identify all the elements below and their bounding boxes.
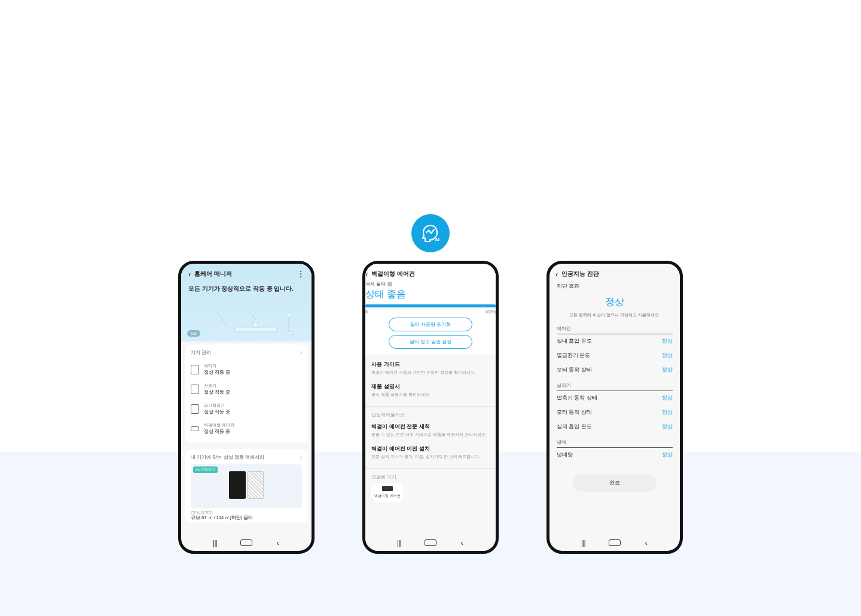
info-icon[interactable]: i [387,282,392,286]
back-icon[interactable]: ‹ [188,270,191,278]
device-status: 정상 작동 중 [204,389,230,395]
accessory-model: CFX-J170D [191,511,302,515]
device-row[interactable]: 공기청정기정상 작동 중 [191,399,302,419]
link-manual[interactable]: 제품 설명서 공식 제품 설명서를 확인하세요. [371,379,490,401]
page-title: 인공지능 진단 [561,270,599,278]
filter-progress [365,304,496,307]
subtitle: 진단 결과 [557,283,673,290]
accessory-thumbnail: #공기청정기 [191,464,302,508]
svg-rect-1 [235,327,277,332]
result-row: 냉매량정상 [557,448,673,462]
more-icon[interactable]: ⋮ [297,270,304,278]
done-button[interactable]: 완료 [573,474,657,492]
group-connected: 연결된 기기 [371,474,490,480]
result-row: 압축기 동작 상태정상 [557,391,673,405]
device-icon [191,385,199,394]
back-icon[interactable]: ‹ [555,270,558,278]
result-value: 정상 [662,452,673,459]
result-label: 실내 흡입 온도 [557,338,592,345]
svg-rect-7 [285,332,293,334]
ai-badge-icon: AI [411,214,450,252]
device-status: 정상 작동 중 [204,369,230,376]
phone-ai-diagnosis: ‹ 인공지능 진단 진단 결과 정상 모든 항목에 이상이 없으니 안심하고 사… [546,261,683,554]
result-value: 정상 [662,367,673,374]
result-value: 정상 [662,409,673,416]
filter-reset-button[interactable]: 필터 사용량 초기화 [389,318,472,331]
ac-icon [382,486,393,491]
device-name: 공기청정기 [204,402,230,408]
result-row: 실외 흡입 온도정상 [557,420,673,434]
filter-label: 극세 필터 i [365,280,496,287]
section-title: 내 기기에 맞는 삼성 정품 액세서리 [191,454,264,461]
device-icon [191,404,199,414]
result-label: 실외 흡입 온도 [557,423,592,431]
category-label: 실외기 [557,382,673,391]
nav-home-icon[interactable] [609,539,621,546]
device-icon [191,426,199,431]
section-title: 기기 관리 [191,349,211,356]
svg-marker-4 [217,309,223,315]
nav-recent-icon[interactable]: ||| [577,538,589,547]
device-row[interactable]: 세탁기정상 작동 중 [191,359,302,379]
result-label: 모터 동작 상태 [557,409,592,416]
android-navbar: ||| ‹ [181,534,312,551]
android-navbar: ||| ‹ [365,534,496,551]
result-row: 모터 동작 상태정상 [557,363,673,377]
result-value: 정상 [662,338,673,345]
device-name: 세탁기 [204,363,230,369]
device-row[interactable]: 건조기정상 작동 중 [191,379,302,399]
device-name: 벽걸이형 에어컨 [204,422,234,428]
link-cleaning-service[interactable]: 벽걸이 에어컨 전문 세척 믿을 수 있는 전문 세척 서비스로 제품을 깨끗하… [371,419,490,441]
result-value: 정상 [662,352,673,359]
nav-back-icon[interactable]: ‹ [456,538,468,547]
phone-homecare-manager: ‹ 홈케어 매니저 ⋮ 모든 기기가 정상적으로 작동 중 입니다. 1/3 [178,261,315,554]
device-status: 정상 작동 중 [204,428,234,435]
result-label: 열교환기 온도 [557,352,590,359]
result-label: 모터 동작 상태 [557,367,592,374]
nav-recent-icon[interactable]: ||| [393,538,405,547]
scale-min: 0 [365,310,368,314]
device-row[interactable]: 벽걸이형 에어컨정상 작동 중 [191,419,302,438]
scale-max: 100% [485,310,496,314]
nav-recent-icon[interactable]: ||| [209,538,221,547]
accessory-tag: #공기청정기 [193,466,218,473]
accessory-card[interactable]: 내 기기에 맞는 삼성 정품 액세서리 › #공기청정기 CFX-J170D 큐… [185,449,308,523]
device-status: 정상 작동 중 [204,408,230,415]
chevron-right-icon: › [300,349,302,356]
result-row: 실내 흡입 온도정상 [557,334,673,349]
page-title: 벽걸이형 에어컨 [371,270,415,278]
hero-illustration [217,309,301,336]
nav-home-icon[interactable] [425,539,436,546]
pager-indicator[interactable]: 1/3 [187,330,200,337]
result-value: 정상 [662,395,673,402]
device-management-card[interactable]: 기기 관리 › 세탁기정상 작동 중건조기정상 작동 중공기청정기정상 작동 중… [185,344,308,443]
page-title: 홈케어 매니저 [194,270,232,278]
chevron-right-icon: › [300,454,302,461]
android-navbar: ||| ‹ [549,534,680,551]
device-name: 건조기 [204,383,230,389]
result-value: 정상 [662,423,673,431]
connected-device-card[interactable]: 벽걸이형 에어컨 [371,483,404,502]
diagnosis-sub: 모든 항목에 이상이 없으니 안심하고 사용하세요. [557,312,673,318]
back-icon[interactable]: ‹ [365,270,368,278]
status-message: 모든 기기가 정상적으로 작동 중 입니다. [188,282,304,293]
phone-wall-ac: ‹ 벽걸이형 에어컨 극세 필터 i 상태 좋음 0 100% [362,261,499,554]
ai-head-icon: AI [419,221,442,245]
nav-home-icon[interactable] [240,539,252,546]
accessory-description: 큐브 67 ㎡ / 114 ㎡(하단) 필터 [191,515,302,521]
nav-back-icon[interactable]: ‹ [640,538,652,547]
filter-alarm-button[interactable]: 필터 청소 알림 설정 [389,335,472,349]
result-row: 열교환기 온도정상 [557,349,673,363]
result-row: 모터 동작 상태정상 [557,405,673,420]
svg-rect-2 [253,322,258,327]
diagnosis-verdict: 정상 [557,296,673,309]
category-label: 냉매 [557,439,673,448]
nav-back-icon[interactable]: ‹ [272,538,284,547]
svg-point-6 [286,313,291,318]
result-label: 압축기 동작 상태 [557,395,597,402]
category-label: 에어컨 [557,325,673,334]
link-usage-guide[interactable]: 사용 가이드 벽걸이 에어컨 사용과 관련한 유용한 정보를 확인하세요. [371,357,490,379]
svg-text:AI: AI [435,237,439,242]
link-relocation-service[interactable]: 벽걸이 에어컨 이전 설치 전문 설치 기사가 철거, 이동, 설치까지 한 번… [371,441,490,463]
device-icon [191,365,199,374]
